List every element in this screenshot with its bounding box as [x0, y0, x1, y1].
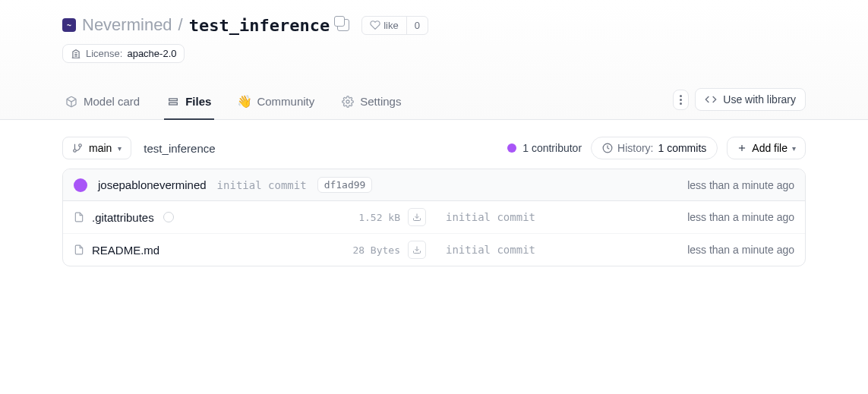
add-file-button[interactable]: Add file ▾: [727, 137, 806, 159]
svg-point-6: [74, 150, 77, 153]
history-icon: [602, 143, 613, 153]
history-button[interactable]: History: 1 commits: [591, 137, 718, 159]
history-label: History:: [617, 142, 653, 154]
like-count: 0: [406, 17, 428, 34]
kebab-icon: [680, 95, 682, 105]
breadcrumb-repo[interactable]: test_inference: [189, 16, 330, 35]
license-label: License:: [86, 48, 122, 59]
commit-author-avatar[interactable]: [74, 178, 87, 192]
download-button[interactable]: [408, 208, 426, 226]
download-button[interactable]: [408, 241, 426, 259]
contributors-text: 1 contributor: [522, 142, 582, 154]
tab-files[interactable]: Files: [164, 87, 214, 120]
file-commit-message[interactable]: initial commit: [446, 211, 635, 223]
breadcrumb-separator: /: [178, 15, 183, 35]
tab-community-label: Community: [257, 95, 314, 108]
safe-badge-icon: [163, 212, 174, 222]
commit-message[interactable]: initial commit: [217, 179, 307, 191]
git-branch-icon: [72, 143, 83, 153]
use-with-library-label: Use with library: [723, 93, 796, 106]
tab-bar: Model card Files 👋 Community: [62, 87, 404, 119]
plus-icon: [737, 143, 747, 153]
tab-model-card-label: Model card: [84, 95, 140, 108]
file-commit-message[interactable]: initial commit: [446, 244, 635, 256]
last-commit-row: josepablonevermined initial commit df1ad…: [63, 169, 805, 201]
file-name[interactable]: .gitattributes: [92, 211, 154, 224]
breadcrumb: Nevermined / test_inference: [82, 15, 330, 35]
file-commit-time: less than a minute ago: [642, 244, 794, 256]
branch-name: main: [89, 142, 112, 154]
file-name[interactable]: README.md: [92, 244, 159, 257]
file-row: .gitattributes 1.52 kB initial commitles…: [63, 201, 805, 234]
breadcrumb-org[interactable]: Nevermined: [82, 15, 172, 35]
file-icon: [74, 244, 84, 256]
file-icon: [74, 211, 84, 223]
more-actions-button[interactable]: [673, 90, 689, 110]
file-list: josepablonevermined initial commit df1ad…: [62, 169, 806, 266]
license-icon: [71, 49, 81, 59]
tab-files-label: Files: [185, 95, 211, 108]
heart-icon: [370, 20, 380, 30]
code-icon: [705, 93, 717, 106]
like-label: like: [383, 20, 399, 31]
commit-time: less than a minute ago: [687, 179, 794, 191]
history-value: 1 commits: [658, 142, 707, 154]
tab-community[interactable]: 👋 Community: [235, 87, 317, 120]
svg-point-5: [79, 144, 82, 147]
commit-sha[interactable]: df1ad99: [317, 177, 373, 193]
svg-rect-2: [169, 102, 178, 105]
gear-icon: [342, 96, 354, 108]
wave-icon: 👋: [238, 96, 251, 108]
copy-icon[interactable]: [337, 19, 349, 31]
file-commit-time: less than a minute ago: [642, 211, 794, 223]
cube-icon: [65, 96, 77, 108]
tab-settings[interactable]: Settings: [339, 87, 404, 120]
license-badge[interactable]: License: apache-2.0: [62, 44, 185, 63]
branch-selector[interactable]: main ▾: [62, 137, 131, 159]
add-file-label: Add file: [752, 142, 788, 154]
like-button[interactable]: like 0: [361, 16, 428, 35]
file-size: 28 Bytes: [309, 244, 400, 256]
tab-settings-label: Settings: [360, 95, 401, 108]
file-row: README.md 28 Bytes initial commitless th…: [63, 234, 805, 266]
commit-author[interactable]: josepablonevermined: [98, 178, 207, 191]
download-icon: [412, 213, 421, 222]
license-value: apache-2.0: [127, 48, 176, 59]
contributor-avatar: [507, 143, 516, 153]
org-logo[interactable]: ~: [62, 18, 76, 32]
files-icon: [167, 96, 179, 108]
svg-point-3: [346, 100, 349, 103]
use-with-library-button[interactable]: Use with library: [695, 88, 806, 111]
path-display[interactable]: test_inference: [144, 142, 215, 155]
chevron-down-icon: ▾: [792, 144, 796, 153]
chevron-down-icon: ▾: [118, 144, 122, 153]
download-icon: [412, 245, 421, 254]
tab-model-card[interactable]: Model card: [62, 87, 143, 120]
contributors[interactable]: 1 contributor: [507, 142, 582, 154]
svg-rect-1: [169, 99, 178, 101]
file-size: 1.52 kB: [309, 212, 400, 223]
